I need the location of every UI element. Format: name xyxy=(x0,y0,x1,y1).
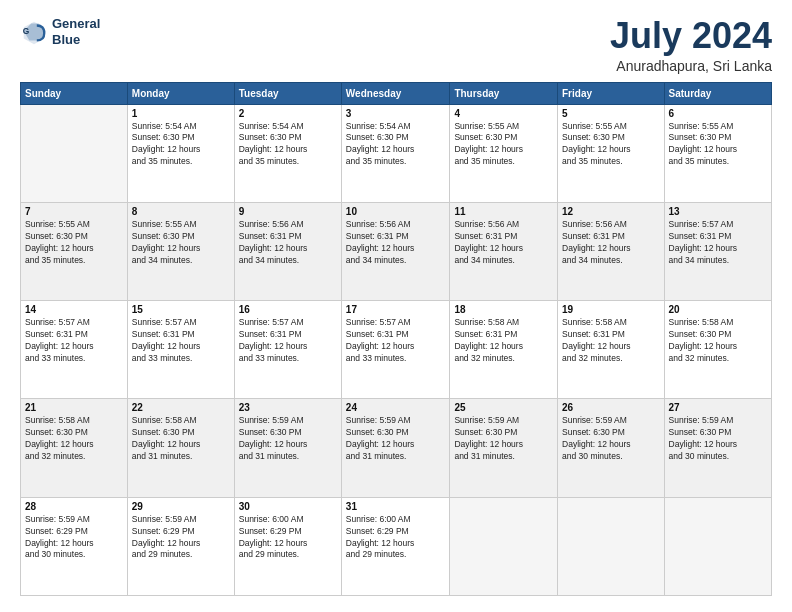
day-info: Sunrise: 5:54 AM Sunset: 6:30 PM Dayligh… xyxy=(132,121,230,169)
day-number: 10 xyxy=(346,206,446,217)
calendar-week-row: 1Sunrise: 5:54 AM Sunset: 6:30 PM Daylig… xyxy=(21,104,772,202)
day-info: Sunrise: 5:59 AM Sunset: 6:30 PM Dayligh… xyxy=(562,415,660,463)
day-number: 22 xyxy=(132,402,230,413)
day-info: Sunrise: 5:56 AM Sunset: 6:31 PM Dayligh… xyxy=(239,219,337,267)
day-info: Sunrise: 5:57 AM Sunset: 6:31 PM Dayligh… xyxy=(669,219,767,267)
main-title: July 2024 xyxy=(610,16,772,56)
day-info: Sunrise: 5:55 AM Sunset: 6:30 PM Dayligh… xyxy=(132,219,230,267)
day-number: 13 xyxy=(669,206,767,217)
day-number: 9 xyxy=(239,206,337,217)
day-info: Sunrise: 5:55 AM Sunset: 6:30 PM Dayligh… xyxy=(669,121,767,169)
day-info: Sunrise: 5:57 AM Sunset: 6:31 PM Dayligh… xyxy=(346,317,446,365)
day-number: 26 xyxy=(562,402,660,413)
subtitle: Anuradhapura, Sri Lanka xyxy=(610,58,772,74)
calendar-cell: 4Sunrise: 5:55 AM Sunset: 6:30 PM Daylig… xyxy=(450,104,558,202)
calendar-cell xyxy=(664,497,771,595)
calendar-header-saturday: Saturday xyxy=(664,82,771,104)
day-info: Sunrise: 5:58 AM Sunset: 6:31 PM Dayligh… xyxy=(454,317,553,365)
calendar-cell: 7Sunrise: 5:55 AM Sunset: 6:30 PM Daylig… xyxy=(21,202,128,300)
day-info: Sunrise: 5:59 AM Sunset: 6:30 PM Dayligh… xyxy=(669,415,767,463)
day-info: Sunrise: 6:00 AM Sunset: 6:29 PM Dayligh… xyxy=(239,514,337,562)
calendar-cell: 30Sunrise: 6:00 AM Sunset: 6:29 PM Dayli… xyxy=(234,497,341,595)
day-info: Sunrise: 5:58 AM Sunset: 6:31 PM Dayligh… xyxy=(562,317,660,365)
calendar-header-friday: Friday xyxy=(558,82,665,104)
calendar-cell: 13Sunrise: 5:57 AM Sunset: 6:31 PM Dayli… xyxy=(664,202,771,300)
day-info: Sunrise: 5:55 AM Sunset: 6:30 PM Dayligh… xyxy=(454,121,553,169)
calendar-header-tuesday: Tuesday xyxy=(234,82,341,104)
day-info: Sunrise: 5:56 AM Sunset: 6:31 PM Dayligh… xyxy=(346,219,446,267)
calendar-cell: 25Sunrise: 5:59 AM Sunset: 6:30 PM Dayli… xyxy=(450,399,558,497)
calendar-week-row: 21Sunrise: 5:58 AM Sunset: 6:30 PM Dayli… xyxy=(21,399,772,497)
day-number: 21 xyxy=(25,402,123,413)
day-number: 29 xyxy=(132,501,230,512)
calendar-cell: 3Sunrise: 5:54 AM Sunset: 6:30 PM Daylig… xyxy=(341,104,450,202)
calendar-cell: 17Sunrise: 5:57 AM Sunset: 6:31 PM Dayli… xyxy=(341,301,450,399)
day-info: Sunrise: 5:59 AM Sunset: 6:30 PM Dayligh… xyxy=(239,415,337,463)
day-number: 27 xyxy=(669,402,767,413)
day-number: 16 xyxy=(239,304,337,315)
day-number: 6 xyxy=(669,108,767,119)
logo-icon: G xyxy=(20,18,48,46)
calendar-header-monday: Monday xyxy=(127,82,234,104)
day-number: 3 xyxy=(346,108,446,119)
calendar-cell: 19Sunrise: 5:58 AM Sunset: 6:31 PM Dayli… xyxy=(558,301,665,399)
day-number: 31 xyxy=(346,501,446,512)
calendar-cell: 22Sunrise: 5:58 AM Sunset: 6:30 PM Dayli… xyxy=(127,399,234,497)
day-info: Sunrise: 5:59 AM Sunset: 6:30 PM Dayligh… xyxy=(454,415,553,463)
day-info: Sunrise: 5:54 AM Sunset: 6:30 PM Dayligh… xyxy=(346,121,446,169)
calendar-cell: 11Sunrise: 5:56 AM Sunset: 6:31 PM Dayli… xyxy=(450,202,558,300)
calendar-header-row: SundayMondayTuesdayWednesdayThursdayFrid… xyxy=(21,82,772,104)
day-info: Sunrise: 5:57 AM Sunset: 6:31 PM Dayligh… xyxy=(239,317,337,365)
day-number: 7 xyxy=(25,206,123,217)
calendar-cell: 14Sunrise: 5:57 AM Sunset: 6:31 PM Dayli… xyxy=(21,301,128,399)
calendar-cell: 9Sunrise: 5:56 AM Sunset: 6:31 PM Daylig… xyxy=(234,202,341,300)
day-number: 28 xyxy=(25,501,123,512)
calendar-cell: 16Sunrise: 5:57 AM Sunset: 6:31 PM Dayli… xyxy=(234,301,341,399)
day-info: Sunrise: 5:58 AM Sunset: 6:30 PM Dayligh… xyxy=(25,415,123,463)
day-number: 19 xyxy=(562,304,660,315)
calendar-cell: 26Sunrise: 5:59 AM Sunset: 6:30 PM Dayli… xyxy=(558,399,665,497)
header: G General Blue July 2024 Anuradhapura, S… xyxy=(20,16,772,74)
day-number: 25 xyxy=(454,402,553,413)
day-info: Sunrise: 5:57 AM Sunset: 6:31 PM Dayligh… xyxy=(132,317,230,365)
day-number: 5 xyxy=(562,108,660,119)
title-block: July 2024 Anuradhapura, Sri Lanka xyxy=(610,16,772,74)
day-number: 20 xyxy=(669,304,767,315)
day-info: Sunrise: 5:59 AM Sunset: 6:29 PM Dayligh… xyxy=(132,514,230,562)
day-info: Sunrise: 6:00 AM Sunset: 6:29 PM Dayligh… xyxy=(346,514,446,562)
day-number: 11 xyxy=(454,206,553,217)
day-number: 18 xyxy=(454,304,553,315)
day-info: Sunrise: 5:59 AM Sunset: 6:30 PM Dayligh… xyxy=(346,415,446,463)
calendar-cell: 20Sunrise: 5:58 AM Sunset: 6:30 PM Dayli… xyxy=(664,301,771,399)
calendar-header-wednesday: Wednesday xyxy=(341,82,450,104)
day-info: Sunrise: 5:55 AM Sunset: 6:30 PM Dayligh… xyxy=(25,219,123,267)
day-number: 24 xyxy=(346,402,446,413)
calendar-cell: 15Sunrise: 5:57 AM Sunset: 6:31 PM Dayli… xyxy=(127,301,234,399)
calendar-cell xyxy=(21,104,128,202)
day-number: 1 xyxy=(132,108,230,119)
calendar-week-row: 7Sunrise: 5:55 AM Sunset: 6:30 PM Daylig… xyxy=(21,202,772,300)
svg-text:G: G xyxy=(23,25,30,35)
calendar-cell: 2Sunrise: 5:54 AM Sunset: 6:30 PM Daylig… xyxy=(234,104,341,202)
day-info: Sunrise: 5:57 AM Sunset: 6:31 PM Dayligh… xyxy=(25,317,123,365)
day-info: Sunrise: 5:59 AM Sunset: 6:29 PM Dayligh… xyxy=(25,514,123,562)
calendar-cell: 12Sunrise: 5:56 AM Sunset: 6:31 PM Dayli… xyxy=(558,202,665,300)
calendar-week-row: 28Sunrise: 5:59 AM Sunset: 6:29 PM Dayli… xyxy=(21,497,772,595)
calendar-cell: 21Sunrise: 5:58 AM Sunset: 6:30 PM Dayli… xyxy=(21,399,128,497)
logo-text: General Blue xyxy=(52,16,100,47)
calendar-cell: 5Sunrise: 5:55 AM Sunset: 6:30 PM Daylig… xyxy=(558,104,665,202)
day-number: 15 xyxy=(132,304,230,315)
day-number: 17 xyxy=(346,304,446,315)
day-number: 14 xyxy=(25,304,123,315)
day-info: Sunrise: 5:58 AM Sunset: 6:30 PM Dayligh… xyxy=(669,317,767,365)
page: G General Blue July 2024 Anuradhapura, S… xyxy=(0,0,792,612)
calendar-cell: 1Sunrise: 5:54 AM Sunset: 6:30 PM Daylig… xyxy=(127,104,234,202)
calendar-cell: 10Sunrise: 5:56 AM Sunset: 6:31 PM Dayli… xyxy=(341,202,450,300)
day-number: 30 xyxy=(239,501,337,512)
calendar-cell: 29Sunrise: 5:59 AM Sunset: 6:29 PM Dayli… xyxy=(127,497,234,595)
calendar-week-row: 14Sunrise: 5:57 AM Sunset: 6:31 PM Dayli… xyxy=(21,301,772,399)
calendar-cell: 8Sunrise: 5:55 AM Sunset: 6:30 PM Daylig… xyxy=(127,202,234,300)
calendar-cell: 24Sunrise: 5:59 AM Sunset: 6:30 PM Dayli… xyxy=(341,399,450,497)
day-number: 2 xyxy=(239,108,337,119)
day-number: 12 xyxy=(562,206,660,217)
